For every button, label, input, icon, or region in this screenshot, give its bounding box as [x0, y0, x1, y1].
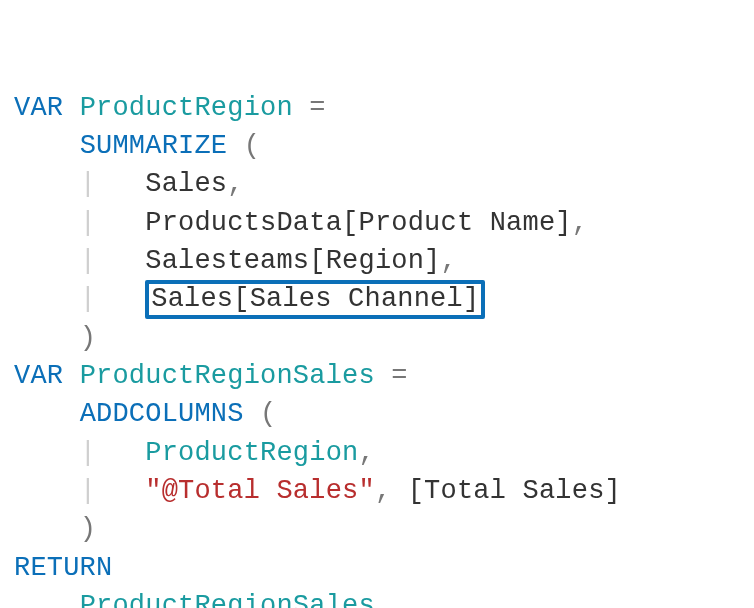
argument-column-highlighted: Sales[Sales Channel]: [151, 284, 479, 314]
indent-guide: |: [80, 246, 96, 276]
comma: ,: [441, 246, 457, 276]
keyword-var: VAR: [14, 93, 63, 123]
indent-guide: |: [80, 476, 96, 506]
function-summarize: SUMMARIZE: [80, 131, 228, 161]
variable-name: ProductRegionSales: [80, 361, 375, 391]
comma: ,: [572, 208, 588, 238]
argument-column: Salesteams[Region]: [145, 246, 440, 276]
function-addcolumns: ADDCOLUMNS: [80, 399, 244, 429]
indent-guide: |: [80, 438, 96, 468]
argument-table: Sales: [145, 169, 227, 199]
indent-guide: |: [80, 169, 96, 199]
indent-guide: |: [80, 284, 96, 314]
paren-open: (: [244, 399, 277, 429]
string-literal: "@Total Sales": [145, 476, 375, 506]
paren-close: ): [80, 323, 96, 353]
measure-reference: [Total Sales]: [391, 476, 621, 506]
keyword-var: VAR: [14, 361, 63, 391]
comma: ,: [227, 169, 243, 199]
argument-column: ProductsData[Product Name]: [145, 208, 571, 238]
return-expression: ProductRegionSales: [80, 591, 375, 608]
equals: =: [375, 361, 408, 391]
dax-code-block: VAR ProductRegion = SUMMARIZE ( | Sales,…: [14, 89, 740, 608]
highlighted-argument: Sales[Sales Channel]: [145, 280, 485, 318]
comma: ,: [358, 438, 374, 468]
indent-guide: |: [80, 208, 96, 238]
variable-name: ProductRegion: [80, 93, 293, 123]
comma: ,: [375, 476, 391, 506]
paren-close: ): [80, 514, 96, 544]
argument-variable: ProductRegion: [145, 438, 358, 468]
paren-open: (: [227, 131, 260, 161]
keyword-return: RETURN: [14, 553, 112, 583]
equals: =: [293, 93, 326, 123]
